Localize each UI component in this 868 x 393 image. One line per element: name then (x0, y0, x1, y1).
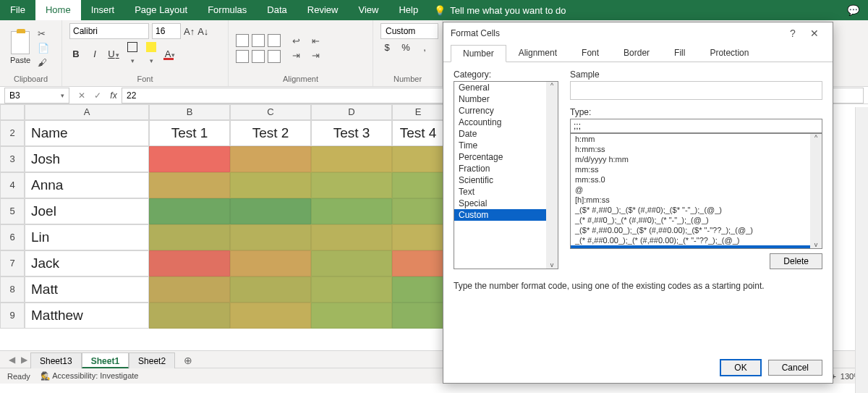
cell[interactable]: Test 2 (230, 120, 311, 146)
dialog-tab-protection[interactable]: Protection (697, 44, 761, 62)
copy-icon[interactable]: 📄 (38, 42, 49, 55)
accessibility-status[interactable]: 🕵 Accessibility: Investigate (41, 371, 139, 381)
tab-home[interactable]: Home (35, 0, 81, 20)
cell-heatmap[interactable] (311, 303, 392, 329)
tab-view[interactable]: View (348, 0, 388, 20)
dialog-tab-alignment[interactable]: Alignment (506, 44, 569, 62)
dialog-tab-number[interactable]: Number (451, 45, 506, 62)
list-item[interactable]: mm:ss.0 (571, 174, 822, 185)
name-box[interactable]: B3 ▾ (4, 88, 69, 103)
cell-heatmap[interactable] (392, 224, 444, 250)
cell-heatmap[interactable] (311, 198, 392, 224)
number-format-select[interactable] (380, 23, 438, 39)
add-sheet-button[interactable]: ⊕ (175, 352, 201, 368)
cell-heatmap[interactable] (230, 276, 311, 303)
cell-heatmap[interactable] (149, 224, 230, 250)
cell-heatmap[interactable] (392, 146, 444, 172)
align-bottom-left[interactable] (236, 50, 249, 63)
comments-icon[interactable]: 💬 (838, 4, 868, 16)
cell-heatmap[interactable] (392, 172, 444, 198)
italic-button[interactable]: I (88, 48, 101, 59)
cell-heatmap[interactable] (311, 224, 392, 250)
cell-heatmap[interactable] (392, 303, 444, 329)
col-header[interactable]: A (25, 104, 149, 120)
dialog-tab-font[interactable]: Font (569, 44, 611, 62)
align-top-left[interactable] (236, 34, 249, 47)
decrease-indent-button[interactable]: ⇤ (312, 35, 320, 48)
font-name-select[interactable] (69, 23, 149, 39)
cell-heatmap[interactable] (230, 198, 311, 224)
cell[interactable]: Test 3 (311, 120, 392, 146)
row-header[interactable]: 4 (0, 172, 25, 198)
list-item[interactable]: Custom (454, 209, 558, 221)
category-listbox[interactable]: General Number Currency Accounting Date … (454, 81, 558, 269)
row-header[interactable]: 9 (0, 303, 25, 329)
cell-heatmap[interactable] (149, 250, 230, 276)
tab-file[interactable]: File (0, 0, 35, 20)
format-painter-icon[interactable]: 🖌 (38, 56, 49, 69)
list-item[interactable]: Time (454, 140, 558, 151)
cell[interactable]: Test 4 (392, 120, 444, 146)
sheet-tab[interactable]: Sheet1 (82, 352, 129, 368)
list-item[interactable]: [h]:mm:ss (571, 195, 822, 205)
listbox-scrollbar[interactable]: ^v (546, 82, 558, 269)
sheet-nav-prev-icon[interactable]: ◀ (6, 355, 18, 365)
list-item[interactable]: Accounting (454, 117, 558, 128)
ok-button[interactable]: OK (720, 360, 760, 376)
cell-heatmap[interactable] (230, 146, 311, 172)
underline-button[interactable]: U▾ (107, 48, 120, 59)
fill-color-button[interactable]: ▾ (145, 42, 158, 65)
col-header[interactable]: B (149, 104, 230, 120)
cell-heatmap[interactable] (392, 276, 444, 303)
merge-center-button[interactable]: ⇥ (292, 49, 300, 62)
row-header[interactable]: 2 (0, 120, 25, 146)
tab-data[interactable]: Data (257, 0, 297, 20)
cell-heatmap[interactable] (149, 276, 230, 303)
currency-button[interactable]: $ (380, 42, 393, 53)
list-item[interactable]: Fraction (454, 163, 558, 174)
cell-heatmap[interactable] (149, 172, 230, 198)
decrease-font-icon[interactable]: A↓ (197, 26, 208, 37)
tab-formulas[interactable]: Formulas (197, 0, 257, 20)
delete-button[interactable]: Delete (770, 253, 822, 269)
list-item[interactable]: mm:ss (571, 164, 822, 174)
cell[interactable]: Jack (25, 250, 149, 276)
sheet-tab[interactable]: Sheet13 (30, 352, 82, 368)
align-top-center[interactable] (252, 34, 265, 47)
cancel-formula-icon[interactable]: ✕ (74, 90, 90, 101)
cell-heatmap[interactable] (392, 198, 444, 224)
align-bottom-right[interactable] (268, 50, 281, 63)
type-listbox[interactable]: h:mm h:mm:ss m/d/yyyy h:mm mm:ss mm:ss.0… (570, 133, 822, 249)
close-icon[interactable]: ✕ (804, 28, 825, 39)
sheet-tab[interactable]: Sheet2 (129, 352, 175, 368)
tab-page-layout[interactable]: Page Layout (124, 0, 197, 20)
cancel-button[interactable]: Cancel (768, 360, 822, 376)
list-item[interactable]: _(* #,##0_);_(* (#,##0);_(* "-"_);_(@_) (571, 215, 822, 225)
tab-insert[interactable]: Insert (81, 0, 125, 20)
col-header[interactable]: D (311, 104, 392, 120)
font-size-select[interactable] (152, 23, 181, 39)
percent-button[interactable]: % (399, 42, 412, 53)
border-button[interactable]: ▾ (126, 42, 139, 65)
row-header[interactable]: 5 (0, 198, 25, 224)
increase-font-icon[interactable]: A↑ (184, 26, 195, 37)
tell-me-search[interactable]: 💡 Tell me what you want to do (434, 5, 566, 16)
list-item[interactable]: _($* #,##0.00_);_($* (#,##0.00);_($* "-"… (571, 225, 822, 235)
dialog-tab-border[interactable]: Border (611, 44, 662, 62)
fx-icon[interactable]: fx (106, 90, 122, 101)
list-item[interactable]: @ (571, 185, 822, 195)
font-color-button[interactable]: A▾ (163, 48, 176, 59)
cut-icon[interactable]: ✂ (38, 28, 49, 41)
list-item[interactable]: _(* #,##0.00_);_(* (#,##0.00);_(* "-"??_… (571, 235, 822, 245)
wrap-text-button[interactable]: ↩ (292, 35, 300, 48)
cell[interactable]: Matt (25, 276, 149, 303)
cell-heatmap[interactable] (149, 303, 230, 329)
row-header[interactable]: 7 (0, 250, 25, 276)
row-header[interactable]: 6 (0, 224, 25, 250)
cell[interactable]: Lin (25, 224, 149, 250)
type-input[interactable] (570, 119, 822, 133)
dialog-tab-fill[interactable]: Fill (662, 44, 697, 62)
cell-heatmap[interactable] (230, 224, 311, 250)
col-header[interactable]: E (392, 104, 444, 120)
cell-heatmap[interactable] (311, 250, 392, 276)
